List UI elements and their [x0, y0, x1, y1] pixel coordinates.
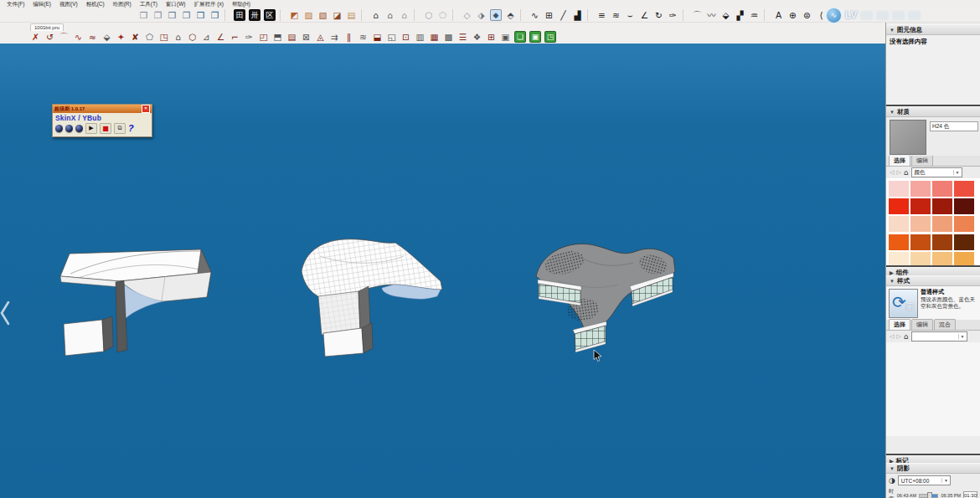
home-icon[interactable]: ⌂: [904, 168, 909, 177]
column-tool-icon[interactable]: ∥: [343, 31, 354, 43]
color-swatch[interactable]: [910, 198, 931, 214]
spline-tool-icon[interactable]: ∿: [73, 31, 84, 43]
angle-tool-icon[interactable]: ∠: [215, 31, 226, 43]
color-swatch[interactable]: [889, 181, 909, 197]
tab-select[interactable]: 选择: [889, 155, 910, 166]
slab-tool-icon[interactable]: ⬓: [372, 31, 383, 43]
cut-tool-icon[interactable]: ✘: [130, 31, 141, 43]
color-swatch[interactable]: [932, 181, 952, 197]
profile-tool-icon[interactable]: ⌐: [230, 31, 240, 43]
terrain-tool-icon[interactable]: 〰: [706, 9, 717, 21]
forward-arrow-icon[interactable]: ▷: [896, 169, 900, 176]
gem-tool-active-icon[interactable]: ◆: [490, 9, 502, 21]
ornament-tool-icon[interactable]: ❖: [472, 31, 482, 43]
final-building-model[interactable]: [528, 233, 687, 358]
forward-arrow-icon[interactable]: ▷: [896, 333, 900, 340]
pen-tool-icon[interactable]: ✑: [244, 31, 255, 43]
grid-square-icon[interactable]: 田: [234, 9, 245, 21]
component-box-icon[interactable]: ❐: [181, 9, 192, 21]
menu-item[interactable]: 窗口(W): [166, 0, 185, 8]
roof-tool-icon[interactable]: ◩: [289, 9, 300, 21]
materials-header[interactable]: ▼ 材质: [886, 106, 980, 117]
skin-sphere-icon[interactable]: [55, 125, 63, 132]
time-slider[interactable]: [919, 494, 938, 498]
color-swatch[interactable]: [910, 234, 931, 250]
tab-select[interactable]: 选择: [889, 319, 910, 330]
window-tool-icon[interactable]: ⊠: [301, 31, 312, 43]
massing-model[interactable]: [54, 234, 225, 360]
tile-tool-icon[interactable]: ▤: [346, 9, 357, 21]
corner-tool-icon[interactable]: ◳: [158, 31, 169, 43]
arc-tool-icon[interactable]: ⌒: [59, 31, 70, 43]
polygon-tool-icon[interactable]: ⬡: [423, 9, 434, 21]
material-category-dropdown[interactable]: 颜色 ▼: [911, 167, 962, 177]
tab-edit[interactable]: 编辑: [911, 155, 933, 166]
material-thumbnail[interactable]: [890, 120, 926, 155]
material-name-field[interactable]: H24 色: [930, 121, 978, 131]
gem-tool-icon[interactable]: ◇: [462, 9, 472, 21]
angle-tool-icon[interactable]: ∠: [639, 9, 650, 21]
back-arrow-icon[interactable]: ◁: [890, 169, 894, 176]
stair-tool-icon[interactable]: ▧: [317, 9, 328, 21]
hexagon-tool-icon[interactable]: ⬡: [187, 31, 198, 43]
gem-tool-icon[interactable]: ⬗: [476, 9, 487, 21]
text-tool-icon[interactable]: A: [773, 9, 784, 21]
wave-tool-icon[interactable]: ≈: [87, 31, 98, 43]
color-swatch[interactable]: [889, 216, 909, 232]
monitor-button[interactable]: ⧉: [114, 123, 126, 134]
color-swatch[interactable]: [954, 198, 974, 214]
tab-edit[interactable]: 编辑: [911, 319, 933, 330]
wall-tool-icon[interactable]: ▥: [415, 31, 426, 43]
axes-tool-icon[interactable]: ≡: [596, 9, 607, 21]
tab-mix[interactable]: 混合: [934, 319, 956, 330]
component-box-icon[interactable]: ❒: [167, 9, 178, 21]
viewport-3d[interactable]: 超级刷 1.0.17 × SkinX / YBub ▶ ■ ⧉ ?: [0, 44, 885, 498]
pattern-square-icon[interactable]: 卅: [249, 9, 260, 21]
plugin-window[interactable]: 超级刷 1.0.17 × SkinX / YBub ▶ ■ ⧉ ?: [52, 104, 152, 137]
house-tool-icon[interactable]: ⌂: [384, 9, 395, 21]
pen-tool-icon[interactable]: ✑: [668, 9, 678, 21]
entity-info-header[interactable]: ▼ 图元信息: [886, 24, 980, 35]
save-tool-icon[interactable]: ▣: [529, 31, 541, 43]
erase-tool-icon[interactable]: ✗: [30, 31, 41, 43]
export-tool-icon[interactable]: ❏: [514, 31, 526, 43]
color-swatch[interactable]: [889, 234, 909, 250]
help-button[interactable]: ?: [128, 124, 134, 133]
wall-tool-icon[interactable]: ◪: [332, 9, 343, 21]
curve-tool-icon[interactable]: ∿: [529, 9, 540, 21]
skin-sphere-icon[interactable]: [65, 125, 73, 132]
rotate-tool-icon[interactable]: ↻: [653, 9, 664, 21]
pyramid-tool-icon[interactable]: ◬: [315, 31, 326, 43]
arc-tool-icon[interactable]: ⌣: [625, 9, 636, 21]
chevron-left-icon[interactable]: [0, 300, 12, 326]
ripple-tool-icon[interactable]: ≋: [358, 31, 369, 43]
play-button[interactable]: ▶: [85, 123, 97, 134]
color-swatch[interactable]: [889, 198, 909, 214]
frame-tool-icon[interactable]: ◰: [258, 31, 269, 43]
water-tool-icon[interactable]: ♒: [749, 9, 760, 21]
corner2-tool-icon[interactable]: ◱: [386, 31, 397, 43]
time-value-field[interactable]: 01:30: [963, 491, 977, 498]
component-box-icon[interactable]: ❒: [138, 9, 149, 21]
house-tool-icon[interactable]: ⌂: [370, 9, 381, 21]
color-swatch[interactable]: [910, 181, 931, 197]
dimension-tool-icon[interactable]: ⊕: [787, 9, 798, 21]
menu-item[interactable]: 视图(V): [59, 0, 78, 8]
color-swatch[interactable]: [932, 216, 952, 232]
array-tool-icon[interactable]: ⇉: [329, 31, 340, 43]
house-tool-icon[interactable]: ⌂: [173, 31, 183, 43]
settings-tool-icon[interactable]: ◳: [544, 31, 556, 43]
plugin-window-titlebar[interactable]: 超级刷 1.0.17 ×: [53, 105, 152, 113]
style-thumbnail[interactable]: ⟳ ❒: [889, 289, 918, 318]
component-box-icon[interactable]: ❐: [152, 9, 163, 21]
section-tool-icon[interactable]: ⊜: [802, 9, 812, 21]
timezone-dropdown[interactable]: UTC+08:00 ▼: [898, 475, 951, 485]
menu-item[interactable]: 文件(F): [7, 0, 24, 8]
menu-item[interactable]: 相机(C): [86, 0, 105, 8]
component-box-blue-icon[interactable]: ❒: [195, 9, 206, 21]
house-tool-icon[interactable]: ⌂: [399, 9, 410, 21]
star-tool-icon[interactable]: ✦: [116, 31, 126, 43]
color-swatch[interactable]: [954, 216, 974, 232]
mesh-tool-icon[interactable]: ▞: [735, 9, 745, 21]
menu-item[interactable]: 扩展程序 (x): [194, 0, 224, 8]
